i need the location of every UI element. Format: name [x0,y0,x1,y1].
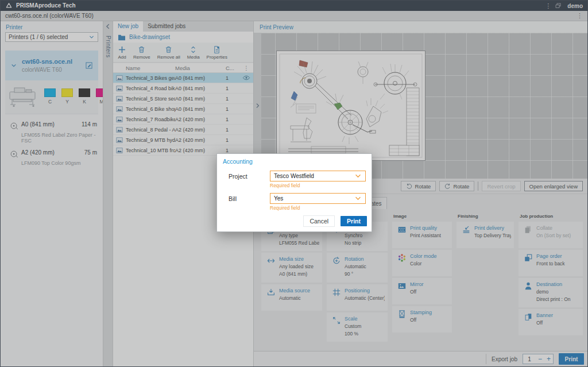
bill-required-hint: Required field [217,204,372,211]
bill-select[interactable]: Yes [270,193,366,204]
bill-value: Yes [274,195,283,202]
project-select[interactable]: Tesco Westfield [270,171,366,181]
bill-label: Bill [229,195,270,202]
dialog-title: Accounting [217,154,372,167]
project-label: Project [229,173,270,180]
cancel-button[interactable]: Cancel [303,215,335,227]
chevron-down-icon [354,172,362,180]
accounting-dialog: Accounting Project Tesco Westfield Requi… [216,153,372,232]
chevron-down-icon [354,195,362,202]
project-required-hint: Required field [217,181,372,189]
dialog-print-button[interactable]: Print [341,216,367,226]
project-value: Tesco Westfield [274,173,314,179]
app-window: PRISMAproduce Tech ⋮ demo cwt60-sns.oce.… [0,0,588,367]
